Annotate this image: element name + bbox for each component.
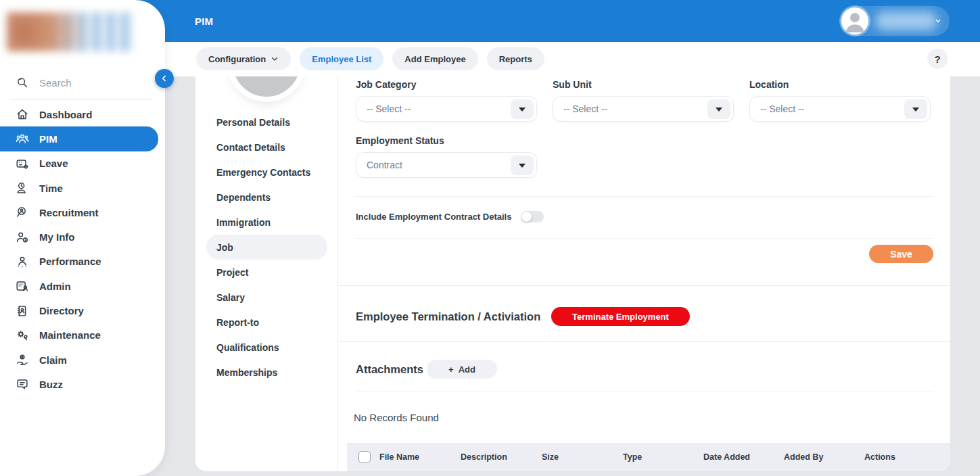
sidebar-collapse-button[interactable] bbox=[155, 69, 174, 88]
save-button[interactable]: Save bbox=[869, 245, 933, 263]
sidebar-item-leave[interactable]: Leave bbox=[0, 151, 165, 176]
sidebar-item-label: Dashboard bbox=[39, 109, 92, 120]
sidebar-item-pim[interactable]: PIM bbox=[0, 126, 158, 151]
caret-down-icon bbox=[519, 108, 526, 112]
chevron-down-icon bbox=[271, 55, 279, 63]
dropdown-caret-button[interactable] bbox=[707, 99, 730, 119]
termination-heading: Employee Termination / Activiation bbox=[356, 310, 540, 323]
contract-details-toggle-label: Include Employment Contract Details bbox=[356, 212, 511, 222]
job-category-select[interactable]: -- Select -- bbox=[356, 96, 537, 122]
search-icon bbox=[15, 75, 30, 90]
module-title: PIM bbox=[195, 0, 213, 42]
select-all-checkbox[interactable] bbox=[358, 451, 371, 463]
no-records-text: No Records Found bbox=[354, 412, 439, 423]
dropdown-caret-button[interactable] bbox=[904, 99, 927, 119]
tab-label: Add Employee bbox=[404, 54, 465, 64]
job-category-label: Job Category bbox=[356, 79, 537, 90]
divider bbox=[356, 238, 933, 239]
menu-item-report-to[interactable]: Report-to bbox=[195, 310, 338, 335]
sub-unit-label: Sub Unit bbox=[553, 79, 734, 90]
sidebar-item-label: Admin bbox=[39, 281, 71, 292]
column-type: Type bbox=[623, 452, 703, 462]
contract-details-toggle[interactable] bbox=[521, 211, 544, 222]
sidebar-item-admin[interactable]: Admin bbox=[0, 274, 165, 298]
divider bbox=[356, 196, 933, 197]
menu-item-project[interactable]: Project bbox=[195, 260, 338, 285]
location-label: Location bbox=[749, 79, 931, 90]
sidebar-item-time[interactable]: Time bbox=[0, 176, 165, 200]
terminate-employment-button[interactable]: Terminate Employment bbox=[551, 307, 690, 326]
select-value: Contract bbox=[367, 160, 402, 170]
sidebar-item-dashboard[interactable]: Dashboard bbox=[0, 102, 165, 126]
sidebar-item-maintenance[interactable]: Maintenance bbox=[0, 323, 165, 348]
tab-employee-list[interactable]: Employee List bbox=[300, 47, 383, 70]
caret-down-icon bbox=[519, 164, 526, 168]
menu-item-emergency-contacts[interactable]: Emergency Contacts bbox=[195, 160, 338, 185]
chevron-left-icon bbox=[160, 74, 169, 83]
add-button-label: Add bbox=[459, 364, 475, 375]
app-window: PIM Configuration Employee List Ad bbox=[0, 0, 980, 476]
location-select[interactable]: -- Select -- bbox=[749, 96, 931, 122]
add-attachment-button[interactable]: + Add bbox=[427, 360, 497, 379]
menu-item-salary[interactable]: Salary bbox=[195, 285, 338, 310]
search-input[interactable] bbox=[39, 77, 141, 89]
plus-icon: + bbox=[448, 364, 454, 375]
sidebar-item-claim[interactable]: Claim bbox=[0, 348, 165, 372]
employee-detail-card: Personal Details Contact Details Emergen… bbox=[195, 76, 950, 471]
select-value: -- Select -- bbox=[563, 103, 607, 114]
toggle-knob bbox=[521, 212, 532, 222]
sidebar-item-label: My Info bbox=[39, 231, 75, 243]
caret-down-icon bbox=[912, 108, 919, 112]
column-description: Description bbox=[461, 452, 542, 462]
select-value: -- Select -- bbox=[760, 103, 804, 114]
column-added-by: Added By bbox=[784, 452, 864, 462]
dropdown-caret-button[interactable] bbox=[511, 99, 534, 119]
sidebar-item-label: Maintenance bbox=[39, 329, 101, 341]
sidebar-item-buzz[interactable]: Buzz bbox=[0, 372, 165, 396]
my-info-icon bbox=[15, 230, 30, 245]
menu-item-memberships[interactable]: Memberships bbox=[195, 360, 338, 385]
buzz-icon bbox=[15, 377, 30, 391]
maintenance-icon bbox=[15, 328, 30, 343]
job-details-panel: Job Category Sub Unit Location -- Select… bbox=[338, 76, 950, 471]
sidebar-item-directory[interactable]: Directory bbox=[0, 298, 165, 323]
sidebar-item-label: PIM bbox=[39, 133, 57, 145]
menu-item-personal-details[interactable]: Personal Details bbox=[195, 110, 338, 135]
menu-item-immigration[interactable]: Immigration bbox=[195, 210, 338, 235]
menu-item-qualifications[interactable]: Qualifications bbox=[195, 335, 338, 360]
performance-icon bbox=[15, 254, 30, 269]
sidebar-item-label: Leave bbox=[39, 158, 68, 169]
home-icon bbox=[15, 107, 30, 122]
help-button[interactable]: ? bbox=[927, 49, 948, 69]
employment-status-select[interactable]: Contract bbox=[356, 152, 537, 178]
employee-section-menu: Personal Details Contact Details Emergen… bbox=[195, 76, 338, 471]
sidebar-item-performance[interactable]: Performance bbox=[0, 249, 165, 274]
employee-photo[interactable] bbox=[233, 76, 300, 97]
menu-item-job[interactable]: Job bbox=[206, 235, 327, 260]
tab-reports[interactable]: Reports bbox=[487, 47, 544, 70]
tab-add-employee[interactable]: Add Employee bbox=[392, 47, 477, 70]
sidebar-search[interactable] bbox=[0, 68, 165, 97]
brand-logo-redacted bbox=[7, 12, 134, 51]
menu-item-contact-details[interactable]: Contact Details bbox=[195, 135, 338, 160]
leave-icon bbox=[15, 156, 30, 171]
sidebar-item-label: Buzz bbox=[39, 379, 63, 390]
column-date-added: Date Added bbox=[703, 452, 784, 462]
sub-unit-select[interactable]: -- Select -- bbox=[553, 96, 734, 122]
chevron-down-icon bbox=[935, 18, 941, 24]
select-value: -- Select -- bbox=[367, 103, 411, 114]
attachments-heading: Attachments bbox=[356, 363, 423, 376]
people-icon bbox=[15, 131, 30, 146]
tab-label: Configuration bbox=[208, 54, 266, 64]
sidebar-item-my-info[interactable]: My Info bbox=[0, 224, 165, 249]
time-icon bbox=[15, 181, 30, 195]
sidebar: Dashboard PIM Leave Time Recruitment My … bbox=[0, 0, 165, 476]
tab-configuration[interactable]: Configuration bbox=[196, 47, 291, 70]
user-menu[interactable] bbox=[840, 6, 950, 36]
attachments-table-header: File Name Description Size Type Date Add… bbox=[347, 443, 950, 471]
directory-icon bbox=[15, 304, 30, 318]
dropdown-caret-button[interactable] bbox=[511, 156, 534, 175]
column-actions: Actions bbox=[864, 452, 950, 462]
menu-item-dependents[interactable]: Dependents bbox=[195, 185, 338, 210]
sidebar-item-recruitment[interactable]: Recruitment bbox=[0, 200, 165, 224]
